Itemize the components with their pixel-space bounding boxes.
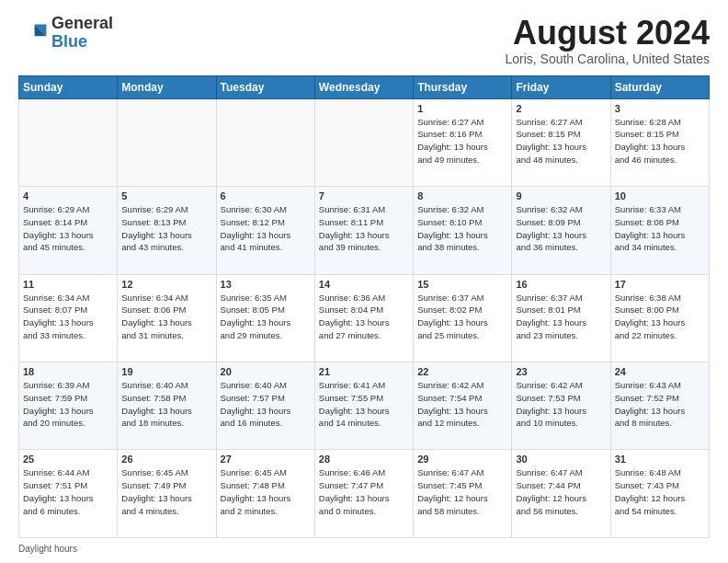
day-info: Sunrise: 6:40 AMSunset: 7:57 PMDaylight:… [221,379,311,430]
calendar-cell: 18Sunrise: 6:39 AMSunset: 7:59 PMDayligh… [19,362,118,450]
day-number: 24 [615,366,705,377]
day-number: 9 [516,190,606,201]
day-number: 6 [221,190,311,201]
day-number: 11 [23,279,113,290]
day-info: Sunrise: 6:29 AMSunset: 8:13 PMDaylight:… [121,203,211,254]
day-number: 13 [221,279,311,290]
calendar-cell: 31Sunrise: 6:48 AMSunset: 7:43 PMDayligh… [610,450,709,538]
calendar-cell: 24Sunrise: 6:43 AMSunset: 7:52 PMDayligh… [610,362,709,450]
calendar-cell: 13Sunrise: 6:35 AMSunset: 8:05 PMDayligh… [216,274,314,362]
col-saturday: Saturday [610,75,709,98]
calendar-cell: 15Sunrise: 6:37 AMSunset: 8:02 PMDayligh… [414,274,512,362]
day-info: Sunrise: 6:27 AMSunset: 8:16 PMDaylight:… [417,116,507,167]
calendar-cell: 22Sunrise: 6:42 AMSunset: 7:54 PMDayligh… [414,362,512,450]
day-number: 5 [121,190,211,201]
calendar-cell: 9Sunrise: 6:32 AMSunset: 8:09 PMDaylight… [512,187,610,274]
calendar-week-5: 25Sunrise: 6:44 AMSunset: 7:51 PMDayligh… [19,450,710,538]
day-info: Sunrise: 6:48 AMSunset: 7:43 PMDaylight:… [615,466,705,517]
day-number: 17 [615,279,705,290]
day-number: 2 [516,103,606,114]
page: General Blue August 2024 Loris, South Ca… [0,0,728,563]
calendar-cell: 16Sunrise: 6:37 AMSunset: 8:01 PMDayligh… [512,274,610,362]
calendar-cell: 7Sunrise: 6:31 AMSunset: 8:11 PMDaylight… [314,187,413,274]
calendar-cell: 25Sunrise: 6:44 AMSunset: 7:51 PMDayligh… [19,450,118,538]
day-info: Sunrise: 6:46 AMSunset: 7:47 PMDaylight:… [319,466,409,517]
calendar-cell [314,98,413,186]
day-number: 31 [615,454,705,465]
day-number: 27 [221,454,311,465]
day-info: Sunrise: 6:47 AMSunset: 7:44 PMDaylight:… [516,466,606,517]
calendar-week-3: 11Sunrise: 6:34 AMSunset: 8:07 PMDayligh… [19,274,710,362]
calendar-cell [19,98,118,186]
calendar-cell: 2Sunrise: 6:27 AMSunset: 8:15 PMDaylight… [512,98,610,186]
day-number: 3 [615,103,705,114]
calendar-cell: 21Sunrise: 6:41 AMSunset: 7:55 PMDayligh… [314,362,413,450]
calendar-cell: 19Sunrise: 6:40 AMSunset: 7:58 PMDayligh… [118,362,216,450]
footer: Daylight hours [18,544,710,554]
calendar-cell: 11Sunrise: 6:34 AMSunset: 8:07 PMDayligh… [19,274,118,362]
day-info: Sunrise: 6:40 AMSunset: 7:58 PMDaylight:… [121,379,211,430]
logo-icon [18,18,48,48]
calendar-cell [216,98,314,186]
day-info: Sunrise: 6:41 AMSunset: 7:55 PMDaylight:… [319,379,409,430]
calendar-cell: 3Sunrise: 6:28 AMSunset: 8:15 PMDaylight… [610,98,709,186]
calendar-cell: 28Sunrise: 6:46 AMSunset: 7:47 PMDayligh… [314,450,413,538]
day-info: Sunrise: 6:29 AMSunset: 8:14 PMDaylight:… [23,203,113,254]
day-number: 12 [121,279,211,290]
calendar-cell: 6Sunrise: 6:30 AMSunset: 8:12 PMDaylight… [216,187,314,274]
logo-text: General Blue [51,15,113,52]
col-wednesday: Wednesday [314,75,413,98]
day-number: 26 [121,454,211,465]
day-number: 1 [417,103,507,114]
day-number: 15 [417,279,507,290]
day-number: 29 [417,454,507,465]
calendar-week-1: 1Sunrise: 6:27 AMSunset: 8:16 PMDaylight… [19,98,710,186]
day-number: 14 [319,279,409,290]
logo-blue: Blue [51,32,87,51]
calendar-week-4: 18Sunrise: 6:39 AMSunset: 7:59 PMDayligh… [19,362,710,450]
logo-general: General [51,14,113,32]
calendar-cell: 1Sunrise: 6:27 AMSunset: 8:16 PMDaylight… [414,98,512,186]
calendar-cell: 12Sunrise: 6:34 AMSunset: 8:06 PMDayligh… [118,274,216,362]
calendar-header-row: Sunday Monday Tuesday Wednesday Thursday… [19,75,710,98]
day-info: Sunrise: 6:43 AMSunset: 7:52 PMDaylight:… [615,379,705,430]
day-info: Sunrise: 6:44 AMSunset: 7:51 PMDaylight:… [23,466,113,517]
day-number: 20 [221,366,311,377]
calendar-cell: 14Sunrise: 6:36 AMSunset: 8:04 PMDayligh… [314,274,413,362]
calendar-cell: 20Sunrise: 6:40 AMSunset: 7:57 PMDayligh… [216,362,314,450]
daylight-label: Daylight hours [18,544,77,554]
day-number: 16 [516,279,606,290]
day-info: Sunrise: 6:28 AMSunset: 8:15 PMDaylight:… [615,116,705,167]
month-title: August 2024 [505,15,710,52]
day-info: Sunrise: 6:34 AMSunset: 8:06 PMDaylight:… [121,292,211,342]
day-number: 25 [23,454,113,465]
logo: General Blue [18,15,113,52]
day-number: 8 [417,190,507,201]
col-thursday: Thursday [414,75,512,98]
location: Loris, South Carolina, United States [505,52,710,66]
calendar-cell: 27Sunrise: 6:45 AMSunset: 7:48 PMDayligh… [216,450,314,538]
col-friday: Friday [512,75,610,98]
day-info: Sunrise: 6:31 AMSunset: 8:11 PMDaylight:… [319,203,409,254]
day-number: 28 [319,454,409,465]
day-info: Sunrise: 6:38 AMSunset: 8:00 PMDaylight:… [615,292,705,342]
day-info: Sunrise: 6:45 AMSunset: 7:48 PMDaylight:… [221,466,311,517]
day-number: 30 [516,454,606,465]
day-info: Sunrise: 6:36 AMSunset: 8:04 PMDaylight:… [319,292,409,342]
day-info: Sunrise: 6:37 AMSunset: 8:01 PMDaylight:… [516,292,606,342]
day-info: Sunrise: 6:39 AMSunset: 7:59 PMDaylight:… [23,379,113,430]
day-info: Sunrise: 6:35 AMSunset: 8:05 PMDaylight:… [221,292,311,342]
col-sunday: Sunday [19,75,118,98]
day-number: 22 [417,366,507,377]
calendar-cell: 5Sunrise: 6:29 AMSunset: 8:13 PMDaylight… [118,187,216,274]
calendar-cell: 23Sunrise: 6:42 AMSunset: 7:53 PMDayligh… [512,362,610,450]
day-number: 19 [121,366,211,377]
calendar-cell: 17Sunrise: 6:38 AMSunset: 8:00 PMDayligh… [610,274,709,362]
day-info: Sunrise: 6:42 AMSunset: 7:54 PMDaylight:… [417,379,507,430]
col-tuesday: Tuesday [216,75,314,98]
day-number: 18 [23,366,113,377]
day-info: Sunrise: 6:37 AMSunset: 8:02 PMDaylight:… [417,292,507,342]
calendar-cell [118,98,216,186]
day-info: Sunrise: 6:45 AMSunset: 7:49 PMDaylight:… [121,466,211,517]
day-number: 21 [319,366,409,377]
